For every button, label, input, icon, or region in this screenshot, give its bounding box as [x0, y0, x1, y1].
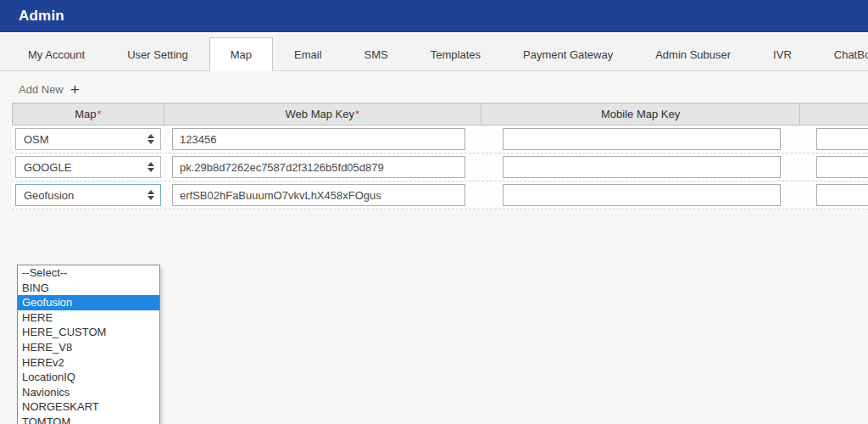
- mobile-map-key-cell: [481, 153, 801, 181]
- map-select-value: GOOGLE: [24, 161, 71, 174]
- mobile-map-key-input[interactable]: [503, 184, 781, 206]
- dropdown-option-select[interactable]: --Select--: [18, 265, 159, 281]
- map-select-value: OSM: [24, 133, 49, 146]
- dropdown-option-here-v8[interactable]: HERE_V8: [18, 340, 159, 355]
- column-header-map: Map*: [13, 103, 164, 125]
- select-spinner-icon: [147, 190, 154, 200]
- tab-my-account[interactable]: My Account: [7, 37, 106, 71]
- map-settings-panel: Add New + Map*Web Map Key*Mobile Map Key…: [0, 71, 868, 209]
- dropdown-option-locationiq[interactable]: LocationIQ: [18, 370, 159, 385]
- dropdown-option-norgeskart[interactable]: NORGESKART: [18, 399, 159, 415]
- dropdown-option-navionics[interactable]: Navionics: [18, 385, 159, 400]
- extra-key-input[interactable]: [816, 156, 868, 178]
- required-asterisk: *: [355, 108, 359, 120]
- tab-sms[interactable]: SMS: [343, 37, 409, 71]
- tab-email[interactable]: Email: [273, 37, 343, 71]
- dropdown-option-here-custom[interactable]: HERE_CUSTOM: [18, 325, 159, 340]
- tab-map[interactable]: Map: [209, 37, 273, 71]
- tab-payment-gateway[interactable]: Payment Gateway: [502, 37, 634, 71]
- dropdown-option-geofusion[interactable]: Geofusion: [18, 295, 159, 310]
- extra-key-cell: [801, 126, 868, 153]
- required-asterisk: *: [97, 108, 101, 120]
- map-select[interactable]: OSM: [15, 128, 161, 150]
- map-select[interactable]: GOOGLE: [15, 156, 161, 178]
- tab-ivr[interactable]: IVR: [752, 37, 813, 71]
- web-map-key-input[interactable]: [172, 184, 465, 206]
- dropdown-option-tomtom[interactable]: TOMTOM: [18, 415, 159, 424]
- web-map-key-input[interactable]: [172, 128, 465, 150]
- table-body: OSMGOOGLEGeofusion: [12, 126, 868, 209]
- map-select-value: Geofusion: [24, 189, 74, 202]
- table-header-row: Map*Web Map Key*Mobile Map Key: [12, 103, 868, 126]
- column-label: Web Map Key: [286, 108, 354, 120]
- extra-key-input[interactable]: [816, 184, 868, 206]
- mobile-map-key-cell: [481, 181, 801, 209]
- select-spinner-icon: [147, 134, 154, 144]
- add-new-button[interactable]: Add New +: [19, 83, 112, 96]
- web-map-key-cell: [164, 126, 481, 153]
- web-map-key-cell: [164, 153, 481, 181]
- select-spinner-icon: [147, 162, 154, 172]
- column-label: Mobile Map Key: [601, 108, 680, 120]
- column-label: Map: [75, 108, 96, 120]
- table-row: OSM: [12, 126, 868, 153]
- column-header-web-map-key: Web Map Key*: [164, 103, 481, 125]
- dropdown-option-herev2[interactable]: HEREv2: [18, 355, 159, 371]
- mobile-map-key-input[interactable]: [503, 128, 781, 150]
- page-title: Admin: [19, 8, 64, 25]
- dropdown-option-here[interactable]: HERE: [18, 310, 159, 326]
- map-keys-table: Map*Web Map Key*Mobile Map Key OSMGOOGLE…: [12, 103, 868, 209]
- mobile-map-key-cell: [481, 126, 801, 153]
- web-map-key-input[interactable]: [172, 156, 465, 178]
- map-cell: Geofusion: [12, 181, 164, 209]
- map-select[interactable]: Geofusion: [15, 184, 161, 206]
- column-header-mobile-map-key: Mobile Map Key: [481, 103, 800, 125]
- web-map-key-cell: [164, 181, 481, 209]
- column-header-blank: [800, 103, 868, 125]
- table-row: Geofusion: [12, 181, 868, 209]
- map-cell: GOOGLE: [12, 153, 164, 181]
- tab-chatbot[interactable]: ChatBot: [813, 37, 868, 71]
- tab-templates[interactable]: Templates: [409, 37, 502, 71]
- table-row: GOOGLE: [12, 153, 868, 181]
- dropdown-option-bing[interactable]: BING: [18, 281, 159, 296]
- extra-key-cell: [801, 153, 868, 181]
- plus-icon: +: [70, 84, 80, 96]
- map-cell: OSM: [12, 126, 164, 153]
- add-new-label: Add New: [19, 83, 64, 96]
- tab-user-setting[interactable]: User Setting: [106, 37, 209, 71]
- map-select-dropdown: --Select--BINGGeofusionHEREHERE_CUSTOMHE…: [17, 265, 160, 424]
- mobile-map-key-input[interactable]: [503, 156, 781, 178]
- extra-key-input[interactable]: [816, 128, 868, 150]
- top-bar: Admin: [0, 0, 868, 32]
- tab-admin-subuser[interactable]: Admin Subuser: [634, 37, 752, 71]
- extra-key-cell: [801, 181, 868, 209]
- tab-bar: My AccountUser SettingMapEmailSMSTemplat…: [0, 32, 868, 71]
